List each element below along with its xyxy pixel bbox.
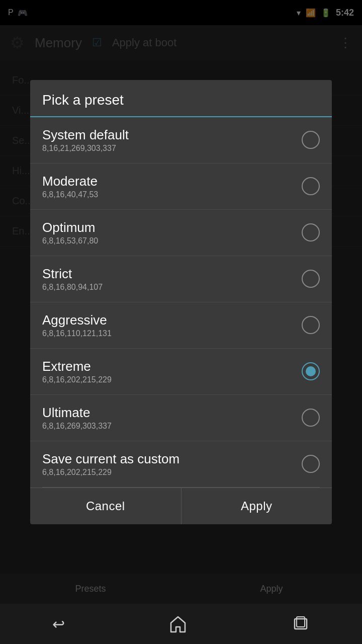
recent-apps-button[interactable]	[292, 615, 310, 633]
home-button[interactable]	[169, 615, 187, 633]
preset-radio-aggressive[interactable]	[302, 316, 320, 334]
preset-text-strict: Strict 6,8,16,80,94,107	[42, 266, 302, 292]
preset-item-strict[interactable]: Strict 6,8,16,80,94,107	[30, 256, 332, 302]
dialog-actions: Cancel Apply	[30, 488, 332, 524]
preset-radio-system-default[interactable]	[302, 131, 320, 149]
preset-text-moderate: Moderate 6,8,16,40,47,53	[42, 174, 302, 199]
preset-label-optimum: Optimum	[42, 220, 302, 235]
back-button[interactable]: ↩	[52, 615, 65, 633]
preset-values-extreme: 6,8,16,202,215,229	[42, 375, 302, 384]
preset-text-save-custom: Save current as custom 6,8,16,202,215,22…	[42, 451, 302, 477]
preset-label-ultimate: Ultimate	[42, 405, 302, 421]
preset-radio-moderate[interactable]	[302, 177, 320, 195]
preset-item-ultimate[interactable]: Ultimate 6,8,16,269,303,337	[30, 395, 332, 441]
preset-label-save-custom: Save current as custom	[42, 451, 302, 467]
radio-inner-extreme	[306, 366, 316, 376]
preset-text-aggressive: Aggressive 6,8,16,110,121,131	[42, 312, 302, 338]
preset-values-save-custom: 6,8,16,202,215,229	[42, 468, 302, 477]
preset-item-aggressive[interactable]: Aggressive 6,8,16,110,121,131	[30, 302, 332, 349]
preset-values-aggressive: 6,8,16,110,121,131	[42, 329, 302, 338]
preset-radio-ultimate[interactable]	[302, 409, 320, 427]
preset-label-moderate: Moderate	[42, 174, 302, 189]
preset-item-optimum[interactable]: Optimum 6,8,16,53,67,80	[30, 210, 332, 256]
dialog-preset-list: System default 8,16,21,269,303,337 Moder…	[30, 117, 332, 487]
preset-label-extreme: Extreme	[42, 359, 302, 374]
dialog-title: Pick a preset	[30, 80, 332, 117]
preset-values-optimum: 6,8,16,53,67,80	[42, 236, 302, 246]
preset-radio-save-custom[interactable]	[302, 455, 320, 473]
preset-values-strict: 6,8,16,80,94,107	[42, 283, 302, 292]
preset-item-save-custom[interactable]: Save current as custom 6,8,16,202,215,22…	[30, 441, 332, 487]
preset-label-strict: Strict	[42, 266, 302, 282]
preset-values-moderate: 6,8,16,40,47,53	[42, 190, 302, 199]
preset-item-extreme[interactable]: Extreme 6,8,16,202,215,229	[30, 349, 332, 395]
cancel-button[interactable]: Cancel	[30, 488, 182, 524]
back-icon: ↩	[52, 615, 65, 633]
preset-item-system-default[interactable]: System default 8,16,21,269,303,337	[30, 117, 332, 164]
bottom-nav-bar: ↩	[0, 604, 362, 644]
preset-text-system-default: System default 8,16,21,269,303,337	[42, 127, 302, 153]
preset-label-aggressive: Aggressive	[42, 312, 302, 328]
preset-text-ultimate: Ultimate 6,8,16,269,303,337	[42, 405, 302, 431]
preset-item-moderate[interactable]: Moderate 6,8,16,40,47,53	[30, 164, 332, 210]
dialog-overlay: Pick a preset System default 8,16,21,269…	[0, 0, 362, 604]
recent-apps-icon	[292, 615, 310, 633]
apply-button[interactable]: Apply	[182, 488, 332, 524]
preset-dialog: Pick a preset System default 8,16,21,269…	[30, 80, 332, 524]
preset-values-system-default: 8,16,21,269,303,337	[42, 144, 302, 153]
preset-text-optimum: Optimum 6,8,16,53,67,80	[42, 220, 302, 246]
home-icon	[169, 615, 187, 633]
preset-values-ultimate: 6,8,16,269,303,337	[42, 422, 302, 431]
preset-radio-extreme[interactable]	[302, 362, 320, 380]
preset-label-system-default: System default	[42, 127, 302, 143]
preset-text-extreme: Extreme 6,8,16,202,215,229	[42, 359, 302, 384]
preset-radio-optimum[interactable]	[302, 223, 320, 242]
preset-radio-strict[interactable]	[302, 270, 320, 288]
